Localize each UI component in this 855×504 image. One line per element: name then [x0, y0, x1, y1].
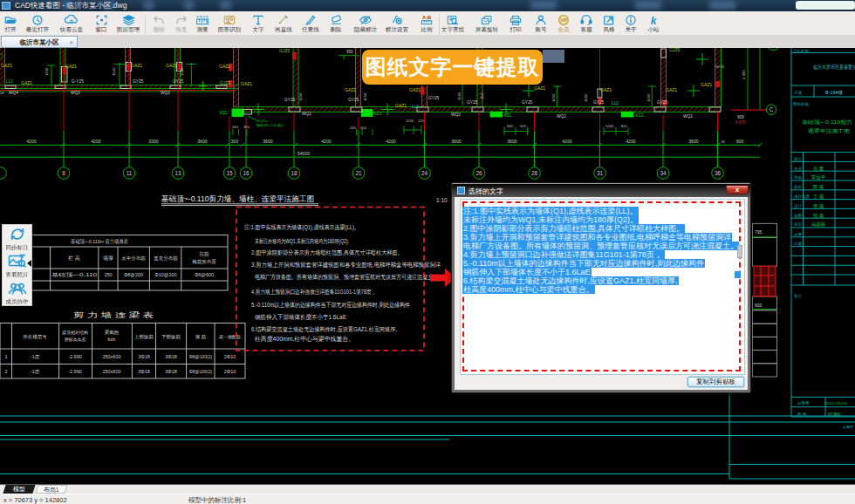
svg-text:240: 240 [350, 126, 357, 130]
svg-text:WQ2: WQ2 [302, 112, 311, 116]
svg-text:950: 950 [346, 50, 353, 54]
svg-text:KZ2: KZ2 [220, 111, 228, 115]
svg-text:3Φ18: 3Φ18 [165, 354, 177, 359]
svg-text:工程名称: 工程名称 [793, 48, 810, 53]
svg-text:注:1.图中实线表示为墙体(Q1),虚线表示连梁(LL)。: 注:1.图中实线表示为墙体(Q1),虚线表示连梁(LL)。 [244, 223, 359, 231]
svg-text:1450: 1450 [646, 93, 651, 102]
svg-text:水平分布筋: 水平分布筋 [121, 255, 146, 262]
svg-text:WQ2: WQ2 [161, 91, 170, 95]
svg-text:6.结构梁交混凝土墙处无边缘构件时,应设置GAZ1,柱宽同墙: 6.结构梁交混凝土墙处无边缘构件时,应设置GAZ1,柱宽同墙厚, [251, 325, 397, 333]
svg-text:2Φ10: 2Φ10 [224, 369, 236, 374]
svg-text:KZ3: KZ3 [373, 112, 381, 116]
svg-text:基础顶~-0.110m 剪力墙身表: 基础顶~-0.110m 剪力墙身表 [71, 238, 128, 245]
svg-text:梁顶相对结构: 梁顶相对结构 [62, 330, 88, 336]
svg-text:1200: 1200 [406, 119, 414, 123]
svg-text:会签: 会签 [794, 232, 803, 236]
svg-text:90 90: 90 90 [715, 65, 725, 69]
svg-text:3300: 3300 [148, 139, 159, 144]
svg-text:Φ10@200: Φ10@200 [154, 272, 176, 277]
svg-text:900: 900 [737, 115, 744, 119]
svg-text:4.300: 4.300 [742, 70, 746, 79]
svg-text:1450: 1450 [298, 92, 303, 101]
svg-text:GY25: GY25 [348, 98, 359, 102]
svg-text:4200: 4200 [26, 139, 37, 144]
svg-text:90: 90 [722, 140, 726, 144]
svg-text:审核: 审核 [794, 175, 803, 180]
svg-text:电梯厂方设备图。所有墙体的预留洞、预埋套管应核对无误后方可浇: 电梯厂方设备图。所有墙体的预留洞、预埋套管应核对无误后方可浇注混凝土。 [255, 273, 438, 281]
svg-text:张 磊: 张 磊 [813, 203, 824, 209]
svg-text:A:B: A:B [422, 15, 431, 20]
svg-text:出图号: 出图号 [797, 401, 810, 405]
svg-text:GAZ1: GAZ1 [241, 81, 252, 86]
svg-text:GAZ1: GAZ1 [666, 87, 677, 92]
svg-text:WQ2: WQ2 [683, 114, 693, 119]
svg-text:8: 8 [62, 170, 65, 176]
svg-text:15: 15 [226, 170, 233, 176]
svg-text:栏 高: 栏 高 [67, 255, 80, 261]
svg-text:340: 340 [232, 125, 239, 129]
svg-text:GAZ1: GAZ1 [1, 63, 12, 68]
svg-text:3600: 3600 [263, 139, 273, 144]
svg-text:图纸名称: 图纸名称 [793, 102, 810, 106]
svg-text:2: 2 [4, 369, 7, 374]
svg-text:3600: 3600 [451, 139, 462, 144]
svg-text:陈 磊: 陈 磊 [813, 184, 824, 190]
svg-text:审定: 审定 [794, 222, 803, 227]
svg-text:GAZ1: GAZ1 [219, 64, 230, 69]
svg-text:GAZ1: GAZ1 [534, 85, 545, 91]
svg-text:26: 26 [475, 170, 482, 176]
svg-text:2.图中涂阴影部分表示剪力墙暗柱范围,具体尺寸详暗柱大样图。: 2.图中涂阴影部分表示剪力墙暗柱范围,具体尺寸详暗柱大样图。 [251, 249, 403, 256]
svg-text:4200: 4200 [562, 139, 572, 144]
svg-text:临沂市罗庄区景泰置业: 临沂市罗庄区景泰置业 [813, 64, 855, 71]
svg-text:4200: 4200 [626, 139, 636, 144]
svg-text:垂直分布筋: 垂直分布筋 [154, 255, 178, 262]
svg-text:3Φ18: 3Φ18 [138, 369, 150, 374]
svg-text:4200: 4200 [386, 139, 396, 144]
svg-text:600: 600 [621, 124, 628, 128]
svg-text:GY25: GY25 [133, 79, 144, 84]
svg-text:-2.990: -2.990 [68, 354, 82, 359]
svg-text:3600: 3600 [507, 139, 517, 144]
svg-text:21: 21 [355, 170, 362, 176]
svg-text:S2015-011-016: S2015-011-016 [824, 402, 847, 405]
svg-text:Φ8@200: Φ8@200 [124, 272, 143, 277]
svg-text:11: 11 [127, 170, 133, 176]
svg-text:梁一侧配筋: 梁一侧配筋 [219, 334, 241, 340]
svg-text:倪 磊: 倪 磊 [812, 213, 824, 219]
svg-text:GAZ1: GAZ1 [65, 64, 77, 69]
svg-text:24: 24 [421, 170, 428, 176]
svg-text:GAZ1: GAZ1 [21, 80, 32, 85]
svg-text:1440: 1440 [605, 124, 614, 128]
svg-text:C: C [770, 106, 774, 112]
svg-text:基础顶~-0.110: 基础顶~-0.110 [51, 272, 97, 277]
svg-text:GY25: GY25 [593, 100, 605, 105]
svg-text:2Φ10: 2Φ10 [224, 354, 236, 359]
svg-text:制图: 制图 [794, 214, 802, 218]
svg-text:GAZ1: GAZ1 [395, 103, 407, 108]
svg-text:-1层: -1层 [31, 369, 40, 374]
svg-text:1500: 1500 [457, 92, 462, 100]
svg-text:600: 600 [520, 124, 527, 128]
svg-text:GAZ1: GAZ1 [166, 63, 177, 68]
svg-text:墙厚: 墙厚 [103, 255, 113, 262]
svg-text:1450: 1450 [44, 67, 49, 76]
svg-text:Φ8@100(2): Φ8@100(2) [189, 354, 213, 359]
svg-text:-2.990: -2.990 [68, 369, 82, 374]
svg-text:-1层: -1层 [31, 354, 40, 359]
svg-text:王 磊: 王 磊 [813, 194, 824, 199]
svg-text:54000: 54000 [298, 151, 311, 156]
svg-text:G-Y25: G-Y25 [72, 79, 84, 84]
svg-text:34: 34 [660, 170, 667, 176]
svg-text:3.剪力墙上开洞和预留套管详建筑图和各专业图纸,电梯呼梯盒等: 3.剪力墙上开洞和预留套管详建筑图和各专业图纸,电梯呼梯盒等电梯预留洞详 [251, 261, 441, 269]
svg-text:日期: 日期 [794, 242, 803, 246]
svg-text:基础顶~-0.110剪力: 基础顶~-0.110剪力 [802, 119, 852, 126]
svg-text:专业: 专业 [794, 167, 803, 171]
svg-text:GAZ1: GAZ1 [600, 87, 612, 92]
svg-text:GJZ6: GJZ6 [220, 80, 230, 85]
svg-text:所在楼层号: 所在楼层号 [23, 334, 47, 339]
svg-text:840: 840 [507, 124, 514, 128]
svg-text:3Φ18: 3Φ18 [138, 354, 150, 359]
svg-text:箍 筋: 箍 筋 [195, 334, 207, 340]
svg-text:250x600: 250x600 [102, 354, 120, 359]
svg-text:150: 150 [480, 92, 484, 99]
